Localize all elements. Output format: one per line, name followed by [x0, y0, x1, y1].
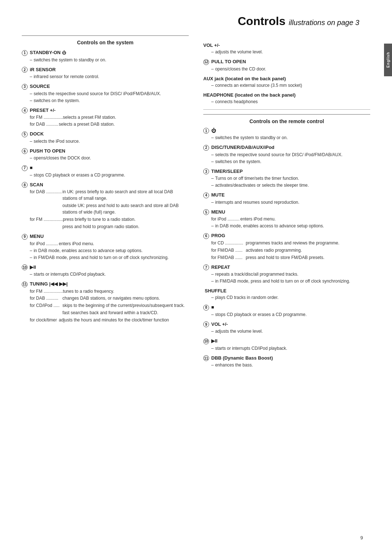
item-number: 11: [203, 355, 209, 361]
desc-line: connects an external source (3.5 mm sock…: [211, 82, 370, 89]
desc-line: in FM/DAB mode, press and hold to turn o…: [30, 254, 189, 261]
item-number: 5: [22, 131, 28, 137]
item-desc: stops CD playback or erases a CD program…: [30, 172, 189, 178]
desc-line: switches the system to standby or on.: [211, 134, 370, 141]
right-column: VOL +/- adjusts the volume level. 12 PUL…: [203, 35, 370, 372]
item-header: 7 REPEAT: [203, 264, 370, 271]
desc-line: for DAB .......... changes DAB stations,…: [30, 295, 189, 301]
left-section-title: Controls on the system: [22, 40, 189, 45]
item-number: 9: [203, 321, 209, 327]
item-number: 10: [203, 339, 209, 344]
item-label: STANDBY-ON ⏻: [30, 50, 66, 55]
list-item: 5 DOCK selects the iPod source.: [22, 131, 189, 145]
item-number: 8: [22, 182, 28, 188]
item-label: ▶II: [211, 338, 217, 344]
item-header: VOL +/-: [203, 42, 370, 48]
desc-line: activates/deactivates or selects the sle…: [211, 182, 370, 189]
list-item: 7 ■ stops CD playback or erases a CD pro…: [22, 165, 189, 178]
list-item: 12 PULL TO OPEN opens/closes the CD door…: [203, 59, 370, 72]
desc-line: for FM/DAB ...... activates radio progra…: [211, 247, 370, 254]
item-header: 6 PUSH TO OPEN: [22, 148, 189, 154]
item-desc: selects the respective sound source for …: [211, 151, 370, 165]
list-item: 2 iR SENSOR infrared sensor for remote c…: [22, 67, 189, 80]
item-number: 1: [203, 128, 209, 134]
item-number: 12: [203, 59, 209, 65]
item-label: TIMER/SLEEP: [211, 169, 243, 174]
item-header: 12 PULL TO OPEN: [203, 59, 370, 65]
aux-header: HEADPHONE (located on the back panel): [203, 92, 370, 98]
item-label: PRESET +/-: [30, 108, 56, 113]
left-column: Controls on the system 1 STANDBY-ON ⏻ sw…: [22, 35, 189, 372]
desc-line: repeats a track/disc/all programmed trac…: [211, 271, 370, 278]
desc-line: adjusts the volume level.: [211, 328, 370, 335]
item-desc: interrupts and resumes sound reproductio…: [211, 199, 370, 206]
desc-line: interrupts and resumes sound reproductio…: [211, 199, 370, 206]
desc-line: for FM ................ selects a preset…: [30, 114, 189, 121]
item-header: SHUFFLE: [203, 288, 370, 293]
list-item: VOL +/- adjusts the volume level.: [203, 42, 370, 55]
item-desc: for DAB ............. in UK: press brief…: [30, 189, 189, 230]
desc-line: press and hold to program radio station.: [30, 223, 189, 230]
desc-line: in DAB mode, enables access to advance s…: [30, 247, 189, 254]
list-item: 11 TUNING |◀◀ ▶▶| for FM ...............…: [22, 281, 189, 323]
item-desc: adjusts the volume level.: [211, 328, 370, 335]
item-desc: starts or interrupts CD/iPod playback.: [211, 345, 370, 352]
item-number: 4: [22, 108, 28, 113]
item-desc: repeats a track/disc/all programmed trac…: [211, 271, 370, 284]
item-header: 3 SOURCE: [22, 84, 189, 90]
item-header: 2 iR SENSOR: [22, 67, 189, 73]
list-item: 1 ⏻ switches the system to standby or on…: [203, 128, 370, 141]
desc-line: switches the system to standby or on.: [30, 57, 189, 63]
item-label: MENU: [211, 209, 225, 215]
item-number: 6: [203, 233, 209, 239]
title-subtitle: illustrations on page 3: [289, 19, 359, 27]
item-label: ▶II: [30, 264, 36, 270]
item-label: MENU: [30, 234, 44, 239]
desc-line: opens/closes the CD door.: [211, 66, 370, 72]
item-label: DBB (Dynamic Bass Boost): [211, 355, 273, 361]
item-header: 1 STANDBY-ON ⏻: [22, 50, 189, 56]
item-desc: for FM ................ tunes to a radio…: [30, 288, 189, 323]
item-label: ■: [30, 165, 33, 170]
desc-line: selects the respective sound source for …: [211, 151, 370, 158]
desc-line: for iPod .......... enters iPod menu.: [30, 240, 189, 247]
item-header: 6 PROG: [203, 233, 370, 239]
item-number: 9: [22, 234, 28, 240]
desc-line: infrared sensor for remote control.: [30, 73, 189, 80]
list-item: 9 MENU for iPod .......... enters iPod m…: [22, 234, 189, 261]
item-desc: Turns on or off timer/sets the timer fun…: [211, 175, 370, 189]
page-container: English Controls illustrations on page 3…: [0, 0, 392, 555]
item-header: 11 TUNING |◀◀ ▶▶|: [22, 281, 189, 287]
item-header: 7 ■: [22, 165, 189, 171]
side-tab: English: [384, 44, 392, 76]
item-header: 8 SCAN: [22, 182, 189, 188]
desc-line: in DAB mode, enables access to advance s…: [211, 223, 370, 229]
right-section-title: Controls on the remote control: [203, 114, 370, 124]
item-desc: opens/closes the DOCK door.: [30, 155, 189, 161]
item-header: 9 MENU: [22, 234, 189, 240]
desc-line: fast searches back and forward within a …: [30, 309, 189, 316]
desc-line: for FM ................ tunes to a radio…: [30, 288, 189, 295]
item-label: VOL +/-: [211, 321, 228, 327]
desc-line: outside UK: press and hold to auto searc…: [30, 202, 189, 215]
list-item: 7 REPEAT repeats a track/disc/all progra…: [203, 264, 370, 285]
item-label: REPEAT: [211, 264, 230, 270]
list-item: 3 SOURCE selects the respective sound so…: [22, 84, 189, 104]
list-item: 10 ▶II starts or interrupts CD/iPod play…: [22, 264, 189, 278]
section-divider: [203, 109, 370, 110]
desc-line: for DAB .......... selects a preset DAB …: [30, 121, 189, 127]
item-desc: connects an external source (3.5 mm sock…: [211, 82, 370, 89]
list-item: 11 DBB (Dynamic Bass Boost) enhances the…: [203, 355, 370, 369]
item-label: DISC/TUNER/DAB/AUX/iPod: [211, 145, 274, 150]
item-number: 3: [22, 84, 28, 90]
desc-line: for CD ............... programmes tracks…: [211, 240, 370, 246]
desc-line: for DAB ............. in UK: press brief…: [30, 189, 189, 202]
item-desc: connects headphones: [211, 98, 370, 105]
item-label: SOURCE: [30, 84, 50, 89]
list-item: 3 TIMER/SLEEP Turns on or off timer/sets…: [203, 169, 370, 189]
item-desc: for iPod .......... enters iPod menu. in…: [211, 216, 370, 229]
desc-line: for FM/DAB ...... press and hold to stor…: [211, 254, 370, 261]
item-header: 10 ▶II: [203, 338, 370, 344]
list-item: 6 PROG for CD ............... programmes…: [203, 233, 370, 261]
side-tab-label: English: [386, 52, 390, 68]
